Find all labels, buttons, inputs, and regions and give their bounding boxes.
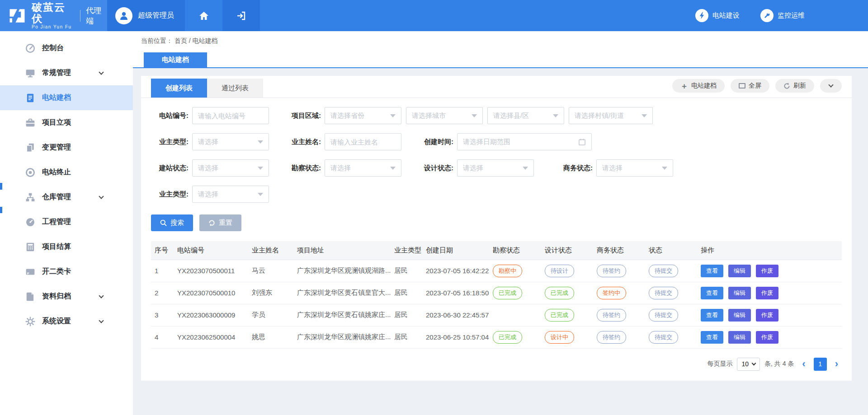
status-badge: 待提交 — [649, 287, 678, 299]
void-button[interactable]: 作废 — [756, 265, 778, 277]
next-page-button[interactable]: › — [831, 359, 842, 369]
column-header: 序号 — [151, 241, 174, 260]
status-badge: 待提交 — [649, 309, 678, 322]
sidebar-item-project-initiation[interactable]: 项目立项 — [0, 110, 133, 135]
design-status-badge: 待设计 — [545, 265, 574, 277]
district-select[interactable]: 请选择县/区 — [487, 107, 564, 124]
sidebar-item-general-mgmt[interactable]: 常规管理 — [0, 61, 133, 85]
build-status-select[interactable]: 请选择 — [192, 159, 269, 177]
owner-type2-select[interactable]: 请选择 — [192, 186, 269, 203]
create-time-range-picker[interactable]: 请选择日期范围 — [457, 133, 592, 150]
page-tab-station-filing[interactable]: 电站建档 — [144, 52, 207, 67]
station-no-input[interactable] — [192, 107, 269, 124]
reset-button[interactable]: 重置 — [199, 214, 241, 231]
card-icon — [25, 267, 35, 277]
sidebar-item-open-card[interactable]: 开二类卡 — [0, 259, 133, 284]
calculator-icon — [25, 242, 35, 252]
survey-status-badge: 已完成 — [493, 331, 522, 344]
view-button[interactable]: 查看 — [701, 331, 723, 344]
view-button[interactable]: 查看 — [701, 265, 723, 277]
void-button[interactable]: 作废 — [756, 287, 778, 299]
tab-create-list[interactable]: 创建列表 — [151, 79, 207, 98]
sidebar-item-warehouse-mgmt[interactable]: 仓库管理 — [0, 185, 133, 210]
business-status-badge: 待签约 — [597, 265, 626, 277]
tab-passed-list[interactable]: 通过列表 — [207, 79, 263, 98]
void-button[interactable]: 作废 — [756, 309, 778, 322]
survey-status-select[interactable]: 请选择 — [325, 159, 401, 177]
edit-button[interactable]: 编辑 — [728, 287, 751, 299]
per-page-select[interactable]: 10 — [737, 358, 760, 371]
sidebar-item-station-filing[interactable]: 电站建档 — [0, 85, 133, 110]
cell-status: 待提交 — [645, 304, 697, 326]
city-select[interactable]: 请选择城市 — [406, 107, 483, 124]
design-status-badge: 设计中 — [545, 331, 574, 344]
cell-index: 3 — [151, 304, 174, 326]
column-header: 操作 — [697, 241, 842, 260]
caret-down-icon — [258, 193, 263, 196]
caret-down-icon — [553, 114, 558, 117]
cell-station-code: YX2023070500011 — [174, 260, 248, 282]
cell-actions: 查看编辑作废 — [697, 326, 842, 348]
edit-button[interactable]: 编辑 — [728, 331, 751, 344]
user-name: 超级管理员 — [138, 11, 174, 20]
sidebar-item-station-termination[interactable]: 电站终止 — [0, 160, 133, 185]
nav-monitor-ops[interactable]: 监控运维 — [760, 9, 805, 22]
street-select[interactable]: 请选择村镇/街道 — [569, 107, 653, 124]
cell-owner-name: 姚思 — [248, 326, 293, 348]
owner-type-select[interactable]: 请选择 — [192, 133, 269, 150]
nav-station-build[interactable]: 电站建设 — [695, 9, 740, 22]
sidebar-item-console[interactable]: 控制台 — [0, 36, 133, 61]
refresh-button[interactable]: 刷新 — [775, 79, 814, 93]
cell-owner-name: 学员 — [248, 304, 293, 326]
sidebar-item-document-archive[interactable]: 资料归档 — [0, 284, 133, 309]
calendar-icon — [578, 138, 586, 146]
home-button[interactable] — [185, 0, 222, 31]
table-row: 3YX2023063000009学员广东深圳龙华区黄石镇姚家庄...居民2023… — [151, 304, 842, 326]
sidebar-item-change-mgmt[interactable]: 变更管理 — [0, 135, 133, 160]
sidebar-item-project-settlement[interactable]: 项目结算 — [0, 234, 133, 259]
cell-create-date: 2023-06-25 10:57:04 — [422, 326, 489, 348]
collapse-button[interactable] — [820, 79, 842, 93]
cell-status: 待提交 — [645, 282, 697, 304]
brand-logo: 破茧云伏 Po Jian Yun Fu 代理端 — [0, 0, 107, 31]
caret-down-icon — [662, 167, 667, 170]
business-status-select[interactable]: 请选择 — [596, 159, 673, 177]
sidebar: 控制台 常规管理 电站建档 项目立项 变更管理 — [0, 31, 133, 415]
archive-icon — [25, 292, 35, 302]
cell-owner-name: 刘强东 — [248, 282, 293, 304]
prev-page-button[interactable]: ‹ — [798, 359, 809, 369]
status-badge: 待提交 — [649, 265, 678, 277]
document-icon — [25, 93, 35, 103]
edit-button[interactable]: 编辑 — [728, 309, 751, 322]
design-status-select[interactable]: 请选择 — [457, 159, 534, 177]
user-menu[interactable]: 超级管理员 — [107, 0, 185, 31]
brand-name: 破茧云伏 — [32, 2, 74, 24]
view-button[interactable]: 查看 — [701, 287, 723, 299]
create-station-button[interactable]: ＋ 电站建档 — [672, 79, 725, 93]
cell-status: 待提交 — [645, 260, 697, 282]
sidebar-item-system-settings[interactable]: 系统设置 — [0, 309, 133, 334]
column-header: 创建日期 — [422, 241, 489, 260]
fullscreen-button[interactable]: 全屏 — [731, 79, 769, 93]
edit-button[interactable]: 编辑 — [728, 265, 751, 277]
search-button[interactable]: 搜索 — [151, 214, 193, 231]
home-icon — [198, 10, 209, 21]
logout-icon — [236, 10, 247, 21]
search-icon — [160, 219, 167, 226]
cell-status — [489, 304, 541, 326]
view-button[interactable]: 查看 — [701, 309, 723, 322]
void-button[interactable]: 作废 — [756, 331, 778, 344]
avatar[interactable] — [115, 7, 132, 24]
sidebar-item-engineering-mgmt[interactable]: 工程管理 — [0, 210, 133, 234]
owner-name-input[interactable] — [325, 133, 401, 150]
cell-owner-type: 居民 — [391, 326, 422, 348]
cell-create-date: 2023-07-05 16:18:50 — [422, 282, 489, 304]
logout-button[interactable] — [222, 0, 260, 31]
cell-index: 4 — [151, 326, 174, 348]
province-select[interactable]: 请选择省份 — [325, 107, 401, 124]
current-page-button[interactable]: 1 — [814, 358, 827, 371]
cell-status: 设计中 — [541, 326, 593, 348]
status-badge: 待提交 — [649, 331, 678, 344]
reset-icon — [208, 219, 215, 226]
gear-icon — [25, 317, 35, 326]
